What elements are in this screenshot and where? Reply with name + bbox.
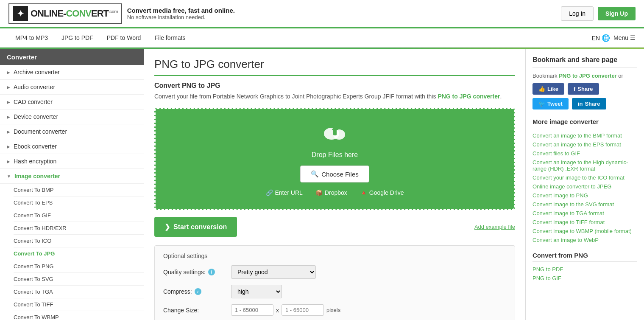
- sidebar-sub-svg[interactable]: Convert To SVG: [14, 273, 144, 286]
- quality-setting-row: Quality settings: i Bad Not so good Good…: [163, 265, 506, 279]
- arrow-icon: ▶: [7, 100, 10, 104]
- svg-marker-3: [332, 125, 338, 130]
- bookmark-title: Bookmark and share page: [532, 56, 637, 67]
- more-link-gif[interactable]: Convert files to GIF: [532, 150, 637, 157]
- more-link-tiff[interactable]: Convert image to TIFF format: [532, 219, 637, 225]
- sidebar-sub-jpg[interactable]: Convert To JPG: [14, 247, 144, 260]
- choose-files-button[interactable]: 🔍 Choose Files: [300, 166, 369, 182]
- chevron-right-icon: ❯: [164, 223, 170, 231]
- arrow-icon: ▶: [7, 129, 10, 134]
- navbar: MP4 to MP3 JPG to PDF PDF to Word File f…: [0, 28, 644, 48]
- sidebar-sub-tiff[interactable]: Convert To TIFF: [14, 298, 144, 311]
- arrow-icon: ▶: [7, 70, 10, 75]
- sidebar-item-cad[interactable]: ▶ CAD converter: [0, 95, 144, 109]
- sidebar-item-audio[interactable]: ▶ Audio converter: [0, 80, 144, 95]
- more-link-ico[interactable]: Convert your image to the ICO format: [532, 174, 637, 181]
- social-row-1: 👍 Like f Share: [532, 83, 637, 95]
- signup-button[interactable]: Sign Up: [598, 7, 636, 20]
- sidebar-sub-image: Convert To BMP Convert To EPS Convert To…: [0, 184, 144, 320]
- sidebar-item-ebook[interactable]: ▶ Ebook converter: [0, 139, 144, 154]
- dropbox-link[interactable]: 📦 Dropbox: [315, 189, 347, 196]
- sidebar-sub-wbmp[interactable]: Convert To WBMP: [14, 311, 144, 320]
- compress-info-icon[interactable]: i: [195, 288, 201, 295]
- width-input[interactable]: [231, 304, 273, 316]
- more-link-png[interactable]: Convert image to PNG: [532, 192, 637, 199]
- sidebar-sub-gif[interactable]: Convert To GIF: [14, 209, 144, 222]
- sidebar-sub-hdr[interactable]: Convert To HDR/EXR: [14, 222, 144, 235]
- twitter-tweet-button[interactable]: 🐦 Tweet: [532, 98, 569, 109]
- facebook-icon: f: [574, 86, 575, 92]
- more-link-wbmp[interactable]: Convert image to WBMP (mobile format): [532, 228, 637, 234]
- drop-zone-links: 🔗 Enter URL 📦 Dropbox 🔺 Google Drive: [164, 189, 505, 196]
- sidebar-sub-tga[interactable]: Convert To TGA: [14, 286, 144, 298]
- bookmark-section: Bookmark and share page Bookmark PNG to …: [532, 56, 637, 109]
- nav-mp4-to-mp3[interactable]: MP4 to MP3: [8, 28, 55, 47]
- twitter-icon: 🐦: [538, 101, 545, 107]
- main-layout: Converter ▶ Archive converter ▶ Audio co…: [0, 49, 644, 320]
- drop-zone-text: Drop Files here: [164, 151, 505, 159]
- sidebar-item-image[interactable]: ▼ Image converter: [0, 169, 144, 184]
- page-title: PNG to JPG converter: [154, 58, 515, 76]
- more-link-tga[interactable]: Convert image to TGA format: [532, 210, 637, 216]
- compress-control: low medium high: [231, 285, 506, 298]
- logo[interactable]: ✦ ONLINE-CONVERT.com: [8, 3, 122, 24]
- more-link-eps[interactable]: Convert an image to the EPS format: [532, 141, 637, 148]
- hamburger-icon: ☰: [630, 34, 636, 41]
- nav-file-formats[interactable]: File formats: [148, 28, 192, 47]
- bookmark-text: Bookmark PNG to JPG converter or: [532, 73, 637, 79]
- facebook-share-button[interactable]: f Share: [568, 83, 599, 95]
- convert-from-section: Convert from PNG PNG to PDF PNG to GIF: [532, 252, 637, 281]
- sidebar-item-hash[interactable]: ▶ Hash encryption: [0, 154, 144, 169]
- google-drive-icon: 🔺: [360, 189, 367, 196]
- optional-settings: Optional settings Quality settings: i Ba…: [154, 245, 515, 320]
- nav-pdf-to-word[interactable]: PDF to Word: [100, 28, 148, 47]
- facebook-like-button[interactable]: 👍 Like: [532, 83, 564, 95]
- quality-select[interactable]: Bad Not so good Good Pretty good Excelle…: [231, 265, 316, 279]
- more-link-hdr[interactable]: Convert an image to the High dynamic-ran…: [532, 159, 637, 172]
- quality-label: Quality settings: i: [163, 269, 231, 275]
- convert-from-title: Convert from PNG: [532, 252, 637, 262]
- more-link-jpeg[interactable]: Online image converter to JPEG: [532, 183, 637, 190]
- sidebar-sub-bmp[interactable]: Convert To BMP: [14, 184, 144, 196]
- add-example-link[interactable]: Add example file: [474, 224, 515, 230]
- linkedin-share-button[interactable]: in Share: [572, 98, 606, 109]
- sidebar-sub-png[interactable]: Convert To PNG: [14, 260, 144, 273]
- convert-from-pdf[interactable]: PNG to PDF: [532, 266, 637, 272]
- arrow-icon: ▶: [7, 144, 10, 149]
- optional-settings-title: Optional settings: [163, 253, 506, 259]
- page-desc-link[interactable]: PNG to JPG converter: [438, 93, 500, 100]
- change-size-label: Change Size:: [163, 307, 231, 314]
- action-bar: ❯ Start conversion Add example file: [154, 217, 515, 237]
- tagline-strong: Convert media free, fast and online.: [127, 7, 235, 14]
- sidebar-sub-ico[interactable]: Convert To ICO: [14, 235, 144, 247]
- google-drive-link[interactable]: 🔺 Google Drive: [360, 189, 404, 196]
- sidebar-item-archive[interactable]: ▶ Archive converter: [0, 65, 144, 80]
- quality-control: Bad Not so good Good Pretty good Excelle…: [231, 265, 506, 279]
- navbar-right: EN 🌐 Menu ☰: [592, 34, 636, 42]
- drop-zone[interactable]: Drop Files here 🔍 Choose Files 🔗 Enter U…: [154, 108, 515, 210]
- sidebar: Converter ▶ Archive converter ▶ Audio co…: [0, 49, 144, 320]
- header-left: ✦ ONLINE-CONVERT.com Convert media free,…: [8, 3, 235, 24]
- login-button[interactable]: Log In: [561, 6, 594, 21]
- enter-url-link[interactable]: 🔗 Enter URL: [266, 189, 303, 196]
- more-image-title: More image converter: [532, 118, 637, 128]
- compress-setting-row: Compress: i low medium high: [163, 285, 506, 298]
- tagline-sub: No software installation needed.: [127, 14, 206, 20]
- more-link-bmp[interactable]: Convert an image to the BMP format: [532, 132, 637, 139]
- sidebar-item-document[interactable]: ▶ Document converter: [0, 124, 144, 139]
- sidebar-item-device[interactable]: ▶ Device converter: [0, 109, 144, 124]
- more-link-svg[interactable]: Convert image to the SVG format: [532, 201, 637, 208]
- nav-jpg-to-pdf[interactable]: JPG to PDF: [55, 28, 100, 47]
- more-link-webp[interactable]: Convert an image to WebP: [532, 237, 637, 243]
- height-input[interactable]: [282, 304, 324, 316]
- sidebar-sub-eps[interactable]: Convert To EPS: [14, 196, 144, 209]
- menu-button[interactable]: Menu ☰: [613, 34, 636, 41]
- convert-from-gif[interactable]: PNG to GIF: [532, 275, 637, 281]
- bookmark-link[interactable]: PNG to JPG converter: [559, 73, 617, 79]
- link-icon: 🔗: [266, 189, 273, 196]
- compress-select[interactable]: low medium high: [231, 285, 282, 298]
- language-selector[interactable]: EN 🌐: [592, 34, 610, 42]
- arrow-icon: ▶: [7, 159, 10, 164]
- quality-info-icon[interactable]: i: [208, 269, 215, 275]
- start-conversion-button[interactable]: ❯ Start conversion: [154, 217, 237, 237]
